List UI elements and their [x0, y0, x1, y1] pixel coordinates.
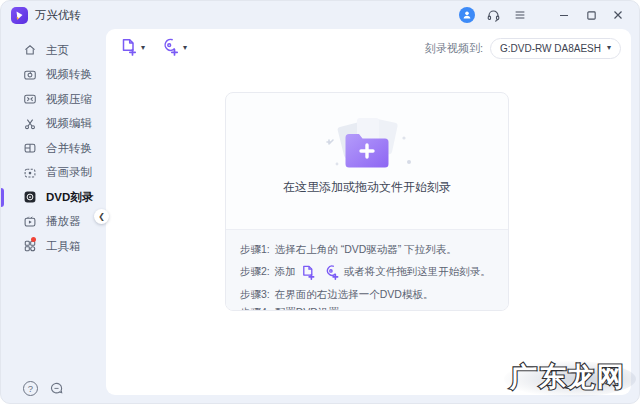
video-convert-icon	[23, 68, 37, 82]
sidebar-item-player[interactable]: 播放器	[1, 210, 106, 235]
burn-to-label: 刻录视频到:	[425, 41, 483, 56]
sidebar-item-video-convert[interactable]: 视频转换	[1, 63, 106, 88]
step-3: 步骤3: 在界面的右边选择一个DVD模板。	[240, 285, 508, 304]
step-2: 步骤2: 添加 或者将文件拖到这里开始刻录。	[240, 259, 508, 285]
sidebar-item-toolbox[interactable]: 工具箱	[1, 234, 106, 259]
record-icon	[23, 166, 37, 180]
dvd-drive-select[interactable]: G:DVD-RW DA8AESH ▾	[490, 38, 621, 59]
add-file-button[interactable]: ▾	[119, 37, 145, 60]
toolbox-badge	[31, 237, 36, 242]
add-file-icon	[119, 37, 138, 60]
maximize-button[interactable]	[582, 6, 600, 24]
menu-icon[interactable]	[511, 6, 529, 24]
sidebar-item-video-compress[interactable]: 视频压缩	[1, 87, 106, 112]
dvd-burn-icon	[23, 190, 37, 204]
chevron-down-icon: ▾	[141, 43, 145, 52]
app-logo-icon	[11, 7, 28, 24]
sidebar-item-merge-convert[interactable]: 合并转换	[1, 136, 106, 161]
home-icon	[23, 43, 37, 57]
dvd-drive-value: G:DVD-RW DA8AESH	[500, 43, 601, 54]
add-file-icon	[300, 264, 316, 280]
step-1: 步骤1: 选择右上角的 “DVD驱动器” 下拉列表。	[240, 240, 508, 259]
feedback-icon[interactable]	[49, 381, 64, 396]
merge-convert-icon	[23, 141, 37, 155]
support-headset-icon[interactable]	[484, 6, 502, 24]
minimize-button[interactable]	[555, 6, 573, 24]
app-title: 万兴优转	[35, 8, 81, 23]
titlebar: 万兴优转	[1, 1, 639, 29]
add-folder-illustration-icon	[307, 116, 427, 172]
dropzone-add-area[interactable]: 在这里添加或拖动文件开始刻录	[226, 93, 508, 201]
file-dropzone[interactable]: 在这里添加或拖动文件开始刻录 步骤1: 选择右上角的 “DVD驱动器” 下拉列表…	[225, 92, 509, 311]
sidebar: 主页 视频转换 视频压缩 视频编辑 合并转换 音画录制	[1, 29, 106, 403]
sidebar-item-video-edit[interactable]: 视频编辑	[1, 112, 106, 137]
sidebar-item-record[interactable]: 音画录制	[1, 161, 106, 186]
close-button[interactable]	[609, 6, 627, 24]
sidebar-collapse-button[interactable]: ❮	[94, 209, 109, 224]
burn-toolbar: ▾ ▾ 刻录视频到: G:DVD-RW DA8AESH ▾	[106, 29, 631, 67]
video-edit-icon	[23, 117, 37, 131]
add-disc-icon	[324, 264, 340, 280]
player-icon	[23, 215, 37, 229]
sidebar-item-dvd-burn[interactable]: DVD刻录	[1, 185, 106, 210]
main-panel: ▾ ▾ 刻录视频到: G:DVD-RW DA8AESH ▾	[106, 29, 631, 395]
chevron-down-icon: ▾	[183, 43, 187, 52]
help-icon[interactable]: ?	[23, 381, 38, 396]
chevron-down-icon: ▾	[607, 43, 611, 52]
app-window: 万兴优转 主	[0, 0, 640, 404]
video-compress-icon	[23, 92, 37, 106]
account-avatar[interactable]	[459, 7, 475, 23]
dropzone-message: 在这里添加或拖动文件开始刻录	[226, 179, 508, 196]
add-disc-button[interactable]: ▾	[161, 37, 187, 60]
steps-panel: 步骤1: 选择右上角的 “DVD驱动器” 下拉列表。 步骤2: 添加 或者将文件…	[226, 229, 508, 310]
watermark: 广东龙网	[510, 359, 626, 395]
sidebar-item-home[interactable]: 主页	[1, 38, 106, 63]
step-4: 步骤4: 配置DVD设置。	[240, 303, 508, 311]
add-disc-icon	[161, 37, 180, 60]
